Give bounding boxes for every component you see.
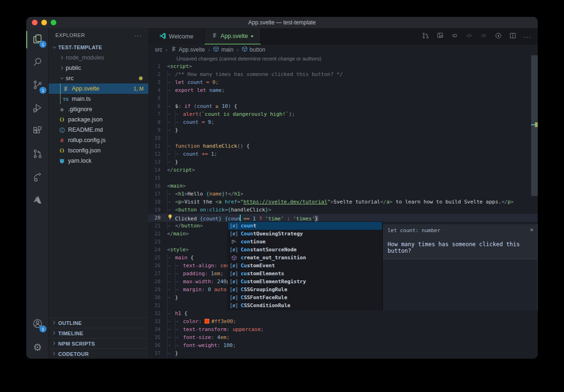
activity-item-explorer[interactable]: 1 bbox=[26, 28, 49, 51]
line-content: →→count += 1; bbox=[167, 150, 217, 158]
tree-item-package-json[interactable]: {}package.json bbox=[49, 114, 148, 125]
suggest-item-cssfontfacerule[interactable]: [ø]CSSFontFaceRule bbox=[228, 294, 382, 302]
activity-item-run-debug[interactable] bbox=[26, 97, 49, 120]
code-line-13[interactable]: 13→} bbox=[148, 158, 538, 166]
json-icon: {} bbox=[58, 148, 66, 153]
sidebar-more-icon[interactable]: ··· bbox=[134, 32, 142, 39]
code-line-4[interactable]: 4→export let name; bbox=[148, 86, 538, 94]
code-line-33[interactable]: 33→→color: #ff3e00; bbox=[148, 317, 538, 325]
breadcrumb-item-app-svelte[interactable]: App.svelte bbox=[171, 46, 205, 53]
code-line-37[interactable]: 37→} bbox=[148, 349, 538, 357]
section-timeline[interactable]: TIMELINE bbox=[49, 328, 148, 338]
indent-guide: → bbox=[167, 110, 175, 118]
minimize-window-button[interactable] bbox=[41, 20, 47, 25]
suggest-item-cssconditionrule[interactable]: [ø]CSSConditionRule bbox=[228, 302, 382, 309]
breadcrumb-item-button[interactable]: button bbox=[242, 46, 265, 53]
symbol-icon bbox=[242, 46, 248, 53]
navigate-forward-button[interactable] bbox=[478, 31, 489, 42]
suggest-item-count[interactable]: [ø]count bbox=[228, 222, 382, 230]
close-icon[interactable]: × bbox=[530, 226, 534, 233]
more-actions-button[interactable]: ··· bbox=[522, 31, 533, 42]
run-or-debug-button[interactable] bbox=[493, 31, 504, 42]
breadcrumb-item-main[interactable]: main bbox=[213, 46, 233, 53]
section-codetour[interactable]: CODETOUR bbox=[49, 348, 148, 359]
code-line-15[interactable]: 15 bbox=[148, 174, 538, 182]
activity-item-accounts[interactable]: 1 bbox=[26, 313, 49, 336]
section-outline[interactable]: OUTLINE bbox=[49, 317, 148, 328]
tab-app-svelte[interactable]: App.svelte● bbox=[205, 28, 261, 45]
code-line-12[interactable]: 12→→count += 1; bbox=[148, 150, 538, 158]
code-line-36[interactable]: 36→→font-weight: 100; bbox=[148, 341, 538, 349]
activity-item-azure[interactable] bbox=[26, 189, 49, 212]
navigate-back-button[interactable] bbox=[449, 31, 460, 42]
code-line-32[interactable]: 32→h1 { bbox=[148, 309, 538, 317]
activity-item-github-pull-requests[interactable] bbox=[26, 143, 49, 166]
suggest-item-cssgroupingrule[interactable]: [ø]CSSGroupingRule bbox=[228, 286, 382, 294]
symbol-variable-icon: [ø] bbox=[230, 271, 238, 276]
suggest-item-constantsourcenode[interactable]: [ø]ConstantSourceNode bbox=[228, 246, 382, 254]
breadcrumb-item-src[interactable]: src bbox=[155, 46, 162, 53]
tree-item-main-ts[interactable]: TSmain.ts bbox=[49, 94, 148, 104]
activity-item-source-control[interactable]: 1 bbox=[26, 74, 49, 97]
color-swatch[interactable] bbox=[205, 319, 209, 324]
tree-item-yarn-lock[interactable]: yarn.lock bbox=[49, 156, 148, 166]
svelte-file-icon bbox=[171, 46, 177, 53]
activity-item-search[interactable] bbox=[26, 51, 49, 74]
code-line-20[interactable]: 20Clicked {count} {coun == 1 ? 'time' : … bbox=[148, 214, 538, 222]
indent-guide: → bbox=[167, 190, 175, 198]
code-line-7[interactable]: 7→→alert(`count is dangerously high!`); bbox=[148, 110, 538, 118]
indent-guide: → bbox=[175, 150, 183, 158]
activity-item-settings[interactable]: ⚙ bbox=[26, 336, 49, 359]
open-changes-button[interactable] bbox=[420, 31, 431, 42]
code-line-17[interactable]: 17→<h1>Hello {name}!</h1> bbox=[148, 190, 538, 198]
tree-item-tsconfig-json[interactable]: {}tsconfig.json bbox=[49, 145, 148, 156]
tab-welcome[interactable]: Welcome bbox=[148, 28, 205, 45]
activity-item-live-share[interactable] bbox=[26, 166, 49, 189]
tree-item--gitignore[interactable]: ◆.gitignore bbox=[49, 104, 148, 114]
code-line-6[interactable]: 6→$: if (count ≥ 10) { bbox=[148, 102, 538, 110]
debug-icon bbox=[32, 102, 43, 115]
code-line-14[interactable]: 14</script> bbox=[148, 166, 538, 174]
editor[interactable]: Unsaved changes (cannot determine recent… bbox=[148, 55, 538, 359]
code-line-9[interactable]: 9→} bbox=[148, 126, 538, 134]
suggest-item-customevent[interactable]: [ø]CustomEvent bbox=[228, 262, 382, 270]
chevron-right-icon bbox=[58, 66, 66, 70]
open-preview-button[interactable] bbox=[434, 31, 446, 42]
tree-item-public[interactable]: public bbox=[49, 63, 148, 73]
zoom-window-button[interactable] bbox=[51, 20, 56, 25]
line-number: 12 bbox=[148, 150, 167, 158]
suggest-item-create_out_transition[interactable]: create_out_transition bbox=[228, 254, 382, 262]
code-line-5[interactable]: 5 bbox=[148, 94, 538, 102]
line-number: 29 bbox=[148, 286, 167, 294]
code-line-1[interactable]: 1<script> bbox=[148, 62, 538, 70]
code-line-35[interactable]: 35→→font-size: 4em; bbox=[148, 333, 538, 341]
close-window-button[interactable] bbox=[32, 20, 38, 25]
line-number: 3 bbox=[148, 78, 167, 86]
tree-item-app-svelte[interactable]: App.svelte1, M bbox=[49, 83, 148, 94]
split-editor-button[interactable] bbox=[507, 31, 518, 42]
suggest-item-countqueuingstrategy[interactable]: [ø]CountQueuingStrategy bbox=[228, 230, 382, 238]
gitlens-blame-annotation: Unsaved changes (cannot determine recent… bbox=[148, 55, 538, 62]
code-line-10[interactable]: 10 bbox=[148, 134, 538, 142]
code-line-2[interactable]: 2→/** How many times has someone clicked… bbox=[148, 70, 538, 78]
suggest-item-customelements[interactable]: [ø]customElements bbox=[228, 270, 382, 278]
code-line-3[interactable]: 3→let count = 0; bbox=[148, 78, 538, 86]
tree-item-rollup-config-js[interactable]: Rrollup.config.js bbox=[49, 135, 148, 145]
code-line-11[interactable]: 11→function handleClick() { bbox=[148, 142, 538, 150]
code-line-18[interactable]: 18→<p>Visit the <a href="https://svelte.… bbox=[148, 198, 538, 206]
tree-item-node-modules[interactable]: node_modules bbox=[49, 53, 148, 63]
suggest-item-continue[interactable]: continue bbox=[228, 238, 382, 246]
section-npm-scripts[interactable]: NPM SCRIPTS bbox=[49, 338, 148, 348]
tree-item-src[interactable]: src bbox=[49, 73, 148, 83]
code-line-8[interactable]: 8→→count = 9; bbox=[148, 118, 538, 126]
tree-root-folder[interactable]: TEST-TEMPLATE bbox=[49, 42, 148, 53]
breakpoint-button[interactable] bbox=[464, 31, 475, 42]
indent-guide bbox=[167, 94, 175, 102]
indent-guide: → bbox=[175, 333, 183, 341]
suggest-item-customelementregistry[interactable]: [ø]CustomElementRegistry bbox=[228, 278, 382, 286]
code-line-16[interactable]: 16<main> bbox=[148, 182, 538, 190]
code-line-19[interactable]: 19→<button on:click={handleClick}> bbox=[148, 206, 538, 214]
code-line-34[interactable]: 34→→text-transform: uppercase; bbox=[148, 325, 538, 333]
activity-item-extensions[interactable] bbox=[26, 120, 49, 143]
tree-item-readme-md[interactable]: README.md bbox=[49, 125, 148, 135]
